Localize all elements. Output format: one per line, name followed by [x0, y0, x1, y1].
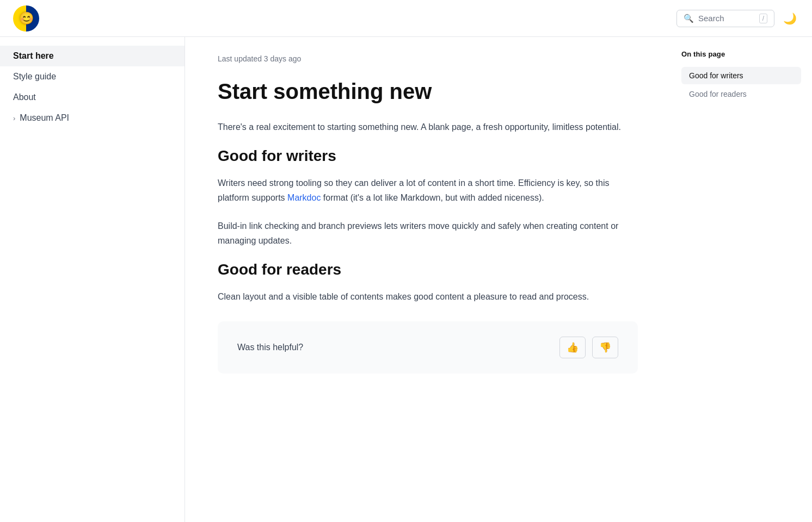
page-title: Start something new	[218, 78, 638, 104]
table-of-contents: On this page Good for writers Good for r…	[670, 37, 812, 522]
sidebar: Start here Style guide About › Museum AP…	[0, 37, 185, 522]
toc-item-readers[interactable]: Good for readers	[681, 85, 801, 103]
readers-para-1: Clean layout and a visible table of cont…	[218, 289, 638, 304]
thumbs-up-button[interactable]: 👍	[559, 337, 586, 358]
sidebar-label-start-here: Start here	[13, 51, 54, 61]
writers-para-1: Writers need strong tooling so they can …	[218, 176, 638, 205]
section-heading-readers: Good for readers	[218, 261, 638, 278]
feedback-label: Was this helpful?	[237, 343, 303, 352]
search-shortcut: /	[759, 14, 767, 23]
search-icon: 🔍	[684, 14, 694, 23]
markdoc-link[interactable]: Markdoc	[287, 193, 321, 202]
logo[interactable]: 😊	[13, 5, 39, 32]
sidebar-label-about: About	[13, 92, 36, 102]
feedback-box: Was this helpful? 👍 👎	[218, 321, 638, 374]
writers-para-1-after: format (it's a lot like Markdown, but wi…	[321, 193, 544, 202]
last-updated: Last updated 3 days ago	[218, 54, 638, 63]
chevron-right-icon: ›	[13, 114, 15, 122]
logo-circle: 😊	[13, 5, 39, 32]
nav-right: 🔍 Search / 🌙	[676, 10, 799, 27]
thumbs-down-button[interactable]: 👎	[592, 337, 618, 358]
toc-item-writers[interactable]: Good for writers	[681, 67, 801, 84]
logo-icon: 😊	[19, 11, 34, 26]
search-label: Search	[698, 14, 755, 23]
section-heading-writers: Good for writers	[218, 147, 638, 165]
sidebar-item-style-guide[interactable]: Style guide	[0, 66, 184, 87]
sidebar-label-museum-api: Museum API	[20, 113, 69, 123]
sidebar-item-museum-api[interactable]: › Museum API	[0, 108, 184, 128]
sidebar-item-about[interactable]: About	[0, 87, 184, 108]
toc-title: On this page	[681, 50, 801, 58]
dark-mode-toggle[interactable]: 🌙	[781, 10, 799, 27]
feedback-buttons: 👍 👎	[559, 337, 618, 358]
search-box[interactable]: 🔍 Search /	[676, 10, 774, 27]
top-navigation: 😊 🔍 Search / 🌙	[0, 0, 812, 37]
sidebar-label-style-guide: Style guide	[13, 72, 56, 82]
main-content: Last updated 3 days ago Start something …	[185, 37, 670, 522]
writers-para-2: Build-in link checking and branch previe…	[218, 219, 638, 248]
intro-paragraph: There's a real excitement to starting so…	[218, 120, 638, 134]
sidebar-item-start-here[interactable]: Start here	[0, 46, 184, 66]
